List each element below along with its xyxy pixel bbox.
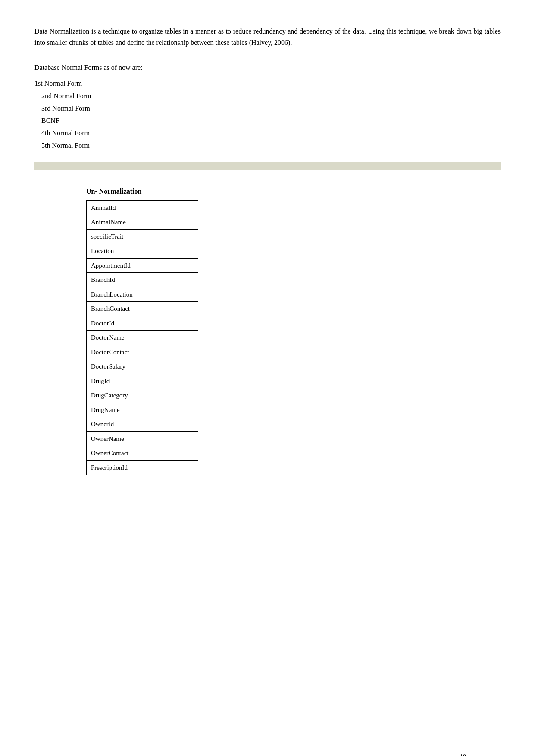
field-cell: OwnerId: [87, 417, 198, 432]
table-row: DoctorContact: [87, 345, 198, 359]
normal-form-item: BCNF: [34, 115, 501, 127]
table-row: AnimalId: [87, 200, 198, 215]
table-row: DrugCategory: [87, 388, 198, 403]
table-row: OwnerId: [87, 417, 198, 432]
normal-form-item: 4th Normal Form: [34, 127, 501, 140]
normal-form-item: 5th Normal Form: [34, 140, 501, 152]
page-number: 10: [460, 753, 466, 756]
field-cell: DoctorSalary: [87, 359, 198, 374]
field-cell: AnimalName: [87, 215, 198, 230]
un-normalization-section: Un- Normalization AnimalIdAnimalNamespec…: [34, 187, 501, 475]
table-row: Location: [87, 244, 198, 259]
field-cell: BranchContact: [87, 302, 198, 316]
field-cell: BranchId: [87, 273, 198, 287]
normal-forms-list: 1st Normal Form2nd Normal Form3rd Normal…: [34, 78, 501, 152]
table-row: OwnerContact: [87, 446, 198, 461]
field-cell: OwnerName: [87, 431, 198, 446]
field-cell: specificTrait: [87, 229, 198, 244]
field-cell: BranchLocation: [87, 287, 198, 302]
table-row: AnimalName: [87, 215, 198, 230]
field-cell: DrugCategory: [87, 388, 198, 403]
intro-paragraph: Data Normalization is a technique to org…: [34, 26, 501, 48]
normal-form-item: 1st Normal Form: [34, 78, 501, 90]
table-row: BranchContact: [87, 302, 198, 316]
table-row: BranchId: [87, 273, 198, 287]
divider-bar: [34, 162, 501, 170]
table-row: DoctorName: [87, 331, 198, 345]
un-normalization-title: Un- Normalization: [86, 187, 501, 195]
field-cell: DrugName: [87, 403, 198, 417]
field-cell: DrugId: [87, 374, 198, 388]
normal-forms-section: Database Normal Forms as of now are: 1st…: [34, 62, 501, 152]
field-cell: OwnerContact: [87, 446, 198, 461]
field-cell: PrescriptionId: [87, 460, 198, 475]
normal-forms-label: Database Normal Forms as of now are:: [34, 62, 501, 74]
field-cell: DoctorId: [87, 316, 198, 331]
field-cell: AppointmentId: [87, 258, 198, 273]
table-row: BranchLocation: [87, 287, 198, 302]
normal-form-item: 2nd Normal Form: [34, 90, 501, 103]
table-row: specificTrait: [87, 229, 198, 244]
table-row: AppointmentId: [87, 258, 198, 273]
field-cell: DoctorName: [87, 331, 198, 345]
table-row: DoctorSalary: [87, 359, 198, 374]
table-row: DoctorId: [87, 316, 198, 331]
field-cell: DoctorContact: [87, 345, 198, 359]
field-cell: AnimalId: [87, 200, 198, 215]
table-row: DrugName: [87, 403, 198, 417]
table-row: PrescriptionId: [87, 460, 198, 475]
table-row: DrugId: [87, 374, 198, 388]
table-row: OwnerName: [87, 431, 198, 446]
field-cell: Location: [87, 244, 198, 259]
un-normalization-table: AnimalIdAnimalNamespecificTraitLocationA…: [86, 200, 198, 475]
normal-form-item: 3rd Normal Form: [34, 103, 501, 115]
